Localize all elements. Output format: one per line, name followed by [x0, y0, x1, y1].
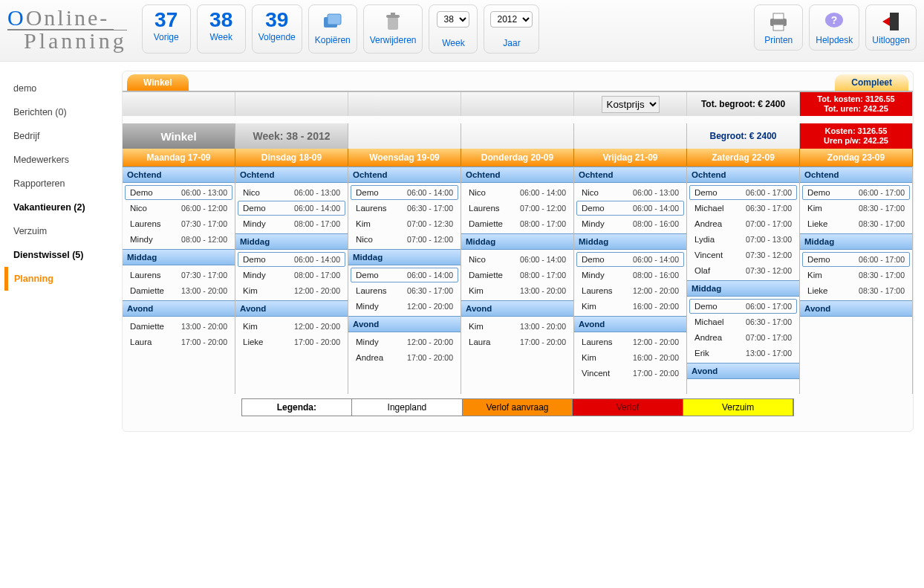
shift-entry[interactable]: Demo06:00 - 17:00: [802, 185, 910, 200]
shift-entry[interactable]: Kim12:00 - 20:00: [238, 283, 345, 298]
shift-entry[interactable]: Mindy12:00 - 20:00: [351, 299, 458, 314]
shift-entry[interactable]: Laurens07:30 - 17:00: [125, 268, 232, 282]
shift-entry[interactable]: Laurens07:30 - 17:00: [125, 216, 232, 231]
shift-entry[interactable]: Kim13:00 - 20:00: [463, 283, 571, 298]
period-header: Ochtend: [461, 167, 573, 183]
shift-entry[interactable]: Mindy08:00 - 17:00: [238, 216, 345, 231]
planning-panel: Winkel Compleet Kostprijs Tot. begroot: …: [122, 71, 914, 432]
sidebar-item[interactable]: Planning: [4, 267, 111, 291]
shift-entry[interactable]: Michael06:30 - 17:00: [689, 201, 797, 216]
logout-button[interactable]: Uitloggen: [865, 4, 917, 51]
shift-entry[interactable]: Kim16:00 - 20:00: [576, 350, 684, 365]
delete-button[interactable]: Verwijderen: [363, 4, 423, 54]
shift-entry[interactable]: Kim13:00 - 20:00: [463, 319, 571, 334]
shift-entry[interactable]: Damiette13:00 - 20:00: [125, 283, 232, 298]
shift-entry[interactable]: Lydia07:00 - 13:00: [689, 232, 797, 247]
shift-entry[interactable]: Demo06:00 - 17:00: [689, 185, 797, 200]
sidebar-item[interactable]: Dienstwissel (5): [13, 243, 111, 267]
next-week-button[interactable]: 39 Volgende: [252, 4, 302, 54]
shift-entry[interactable]: Laura17:00 - 20:00: [125, 335, 232, 349]
shift-entry[interactable]: Kim08:30 - 17:00: [802, 268, 910, 282]
shift-entry[interactable]: Lieke17:00 - 20:00: [238, 335, 345, 349]
shift-entry[interactable]: Demo06:00 - 14:00: [238, 252, 345, 267]
day-header: Donderdag 20-09: [461, 149, 574, 167]
day-header: Dinsdag 18-09: [235, 149, 348, 167]
shift-entry[interactable]: Damiette13:00 - 20:00: [125, 319, 232, 334]
shift-entry[interactable]: Damiette08:00 - 17:00: [463, 268, 571, 282]
sidebar-item[interactable]: Bedrijf: [13, 124, 111, 148]
shift-entry[interactable]: Erik13:00 - 17:00: [689, 346, 797, 361]
sidebar-item[interactable]: Verzuim: [13, 219, 111, 243]
week-select[interactable]: 38: [437, 11, 469, 28]
shift-entry[interactable]: Nico06:00 - 14:00: [463, 252, 571, 267]
shift-entry[interactable]: Olaf07:30 - 12:00: [689, 263, 797, 278]
svg-rect-4: [391, 13, 395, 16]
shift-entry[interactable]: Demo06:00 - 14:00: [351, 268, 458, 282]
shift-entry[interactable]: Nico06:00 - 13:00: [576, 185, 684, 200]
year-select[interactable]: 2012: [490, 11, 533, 28]
shift-entry[interactable]: Kim08:30 - 17:00: [802, 201, 910, 216]
shift-entry[interactable]: Mindy12:00 - 20:00: [351, 335, 458, 349]
shift-entry[interactable]: Demo06:00 - 17:00: [689, 299, 797, 314]
current-week-button[interactable]: 38 Week: [197, 4, 246, 54]
shift-entry[interactable]: Laurens06:30 - 17:00: [351, 201, 458, 216]
tab-winkel[interactable]: Winkel: [127, 74, 189, 91]
period-header: Avond: [800, 300, 912, 317]
shift-entry[interactable]: Laurens12:00 - 20:00: [576, 283, 684, 298]
shift-entry[interactable]: Demo06:00 - 17:00: [802, 252, 910, 267]
shift-entry[interactable]: Laurens06:30 - 17:00: [351, 283, 458, 298]
shift-entry[interactable]: Kim16:00 - 20:00: [576, 299, 684, 314]
shift-entry[interactable]: Mindy08:00 - 17:00: [238, 268, 345, 282]
day-column: OchtendNico06:00 - 14:00Laurens07:00 - 1…: [461, 167, 574, 394]
shift-entry[interactable]: Demo06:00 - 13:00: [125, 185, 232, 200]
copy-button[interactable]: Kopiëren: [308, 4, 357, 54]
shift-entry[interactable]: Lieke08:30 - 17:00: [802, 216, 910, 231]
shift-list: Laurens07:30 - 17:00Damiette13:00 - 20:0…: [123, 265, 235, 300]
sidebar-item[interactable]: Rapporteren: [13, 172, 111, 196]
shift-entry[interactable]: Nico06:00 - 13:00: [238, 185, 345, 200]
period-header: Middag: [235, 233, 348, 250]
shift-entry[interactable]: Laura17:00 - 20:00: [463, 335, 571, 349]
period-header: Avond: [123, 300, 235, 317]
svg-rect-2: [388, 17, 398, 30]
sidebar-item[interactable]: Vakantieuren (2): [13, 196, 111, 219]
day-column: OchtendDemo06:00 - 14:00Laurens06:30 - 1…: [348, 167, 461, 394]
shift-entry[interactable]: Lieke08:30 - 17:00: [802, 283, 910, 298]
period-header: Ochtend: [348, 167, 461, 183]
prev-week-button[interactable]: 37 Vorige: [142, 4, 191, 54]
shift-entry[interactable]: Laurens07:00 - 12:00: [463, 201, 571, 216]
shift-entry[interactable]: Andrea17:00 - 20:00: [351, 350, 458, 365]
shift-entry[interactable]: Mindy08:00 - 12:00: [125, 232, 232, 247]
sidebar-item[interactable]: Berichten (0): [13, 100, 111, 124]
shift-entry[interactable]: Demo06:00 - 14:00: [351, 185, 458, 200]
shift-entry[interactable]: Vincent17:00 - 20:00: [576, 366, 684, 381]
svg-text:?: ?: [831, 14, 838, 26]
legend-verlofaanvraag: Verlof aanvraag: [463, 399, 573, 416]
svg-rect-6: [773, 13, 784, 19]
shift-entry[interactable]: Demo06:00 - 14:00: [576, 201, 684, 216]
kostprijs-select[interactable]: Kostprijs: [602, 96, 660, 113]
shift-entry[interactable]: Nico06:00 - 14:00: [463, 185, 571, 200]
shift-entry[interactable]: Demo06:00 - 14:00: [238, 201, 345, 216]
shift-entry[interactable]: Nico07:00 - 12:00: [351, 232, 458, 247]
day-column: OchtendDemo06:00 - 17:00Michael06:30 - 1…: [687, 167, 800, 394]
shift-entry[interactable]: Andrea07:00 - 17:00: [689, 330, 797, 345]
sidebar-item[interactable]: Medewerkers: [13, 148, 111, 172]
legend: Legenda: Ingepland Verlof aanvraag Verlo…: [241, 398, 795, 416]
shift-entry[interactable]: Nico06:00 - 12:00: [125, 201, 232, 216]
print-button[interactable]: Printen: [754, 4, 803, 51]
tab-compleet[interactable]: Compleet: [835, 74, 908, 91]
shift-entry[interactable]: Laurens12:00 - 20:00: [576, 335, 684, 349]
period-header: Ochtend: [123, 167, 235, 183]
shift-entry[interactable]: Demo06:00 - 14:00: [576, 252, 684, 267]
sidebar-item[interactable]: demo: [13, 77, 111, 100]
shift-entry[interactable]: Mindy08:00 - 16:00: [576, 216, 684, 231]
shift-entry[interactable]: Andrea07:00 - 17:00: [689, 216, 797, 231]
shift-entry[interactable]: Damiette08:00 - 17:00: [463, 216, 571, 231]
shift-entry[interactable]: Vincent07:30 - 12:00: [689, 248, 797, 262]
shift-entry[interactable]: Michael06:30 - 17:00: [689, 314, 797, 329]
shift-entry[interactable]: Mindy08:00 - 16:00: [576, 268, 684, 282]
shift-entry[interactable]: Kim07:00 - 12:30: [351, 216, 458, 231]
helpdesk-button[interactable]: ? Helpdesk: [809, 4, 859, 51]
shift-entry[interactable]: Kim12:00 - 20:00: [238, 319, 345, 334]
